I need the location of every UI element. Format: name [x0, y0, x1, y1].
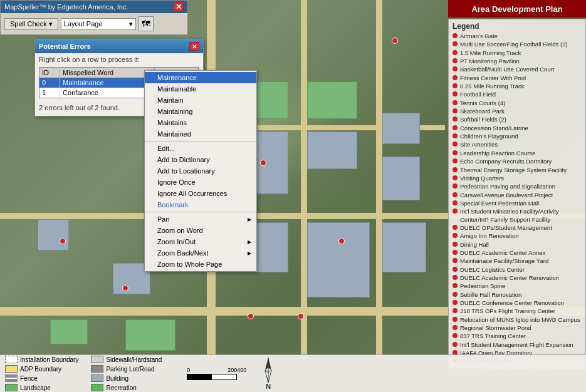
- menu-item-maintain[interactable]: Maintain: [145, 95, 256, 106]
- legend-dot-31: [453, 300, 458, 305]
- legend-item-5: Fitness Center With Pool: [453, 75, 582, 82]
- menu-separator-1: [145, 141, 256, 142]
- legend-item-1: Multi Use Soccer/Flag Football Fields (2…: [453, 41, 582, 48]
- menu-separator-2: [145, 212, 256, 212]
- legend-item-20: Special Event Pedestrian Mall: [453, 200, 582, 207]
- green-field-2: [307, 81, 357, 119]
- legend-dot-1: [453, 41, 458, 46]
- label-adp: ADP Boundary: [20, 366, 61, 373]
- north-arrow: N: [262, 358, 275, 390]
- legend-item-22: DUELC OPs/Student Management: [453, 224, 582, 232]
- legend-item-17: Visiting Quarters: [453, 175, 582, 182]
- swatch-parking: [91, 365, 103, 373]
- menu-item-maintains[interactable]: Maintains: [145, 117, 256, 128]
- toolbar-controls: Spell Check ▾ Layout Page ▾ 🗺: [1, 13, 187, 34]
- legend-item-21: Int'l Student Ministries Facility/Activi…: [453, 208, 582, 224]
- map-marker-4: [298, 313, 304, 319]
- legend-dot-7: [453, 91, 458, 96]
- legend-title: Legend: [453, 22, 582, 31]
- green-field-3: [125, 319, 175, 351]
- menu-item-maintainable[interactable]: Maintainable: [145, 83, 256, 95]
- menu-item-maintenance[interactable]: Maintenance: [145, 72, 256, 83]
- legend-dot-5: [453, 75, 458, 80]
- legend-dot-30: [453, 292, 458, 297]
- label-recreation: Recreation: [106, 384, 136, 391]
- legend-parking: Parking Lot/Road: [91, 365, 162, 373]
- swatch-fence: [5, 374, 18, 382]
- legend-dot-3: [453, 58, 458, 63]
- legend-dot-6: [453, 83, 458, 88]
- legend-dot-16: [453, 167, 458, 172]
- menu-item-ignore-all[interactable]: Ignore All Occurrences: [145, 188, 256, 199]
- spell-check-button[interactable]: Spell Check ▾: [4, 18, 58, 30]
- building-2: [307, 132, 357, 169]
- legend-item-19: Carswell Avenue Boulevard Project: [453, 192, 582, 199]
- legend-item-18: Pedestrian Paving and Signalization: [453, 183, 582, 190]
- col-word: Misspelled Word: [60, 68, 155, 78]
- legend-building: Building: [91, 374, 162, 382]
- layout-dropdown[interactable]: Layout Page ▾: [61, 18, 136, 30]
- menu-item-add-locationary[interactable]: Add to Locationary: [145, 165, 256, 177]
- menu-item-maintaining[interactable]: Maintaining: [145, 106, 256, 117]
- building-7: [382, 222, 426, 272]
- swatch-landscape: [5, 384, 18, 391]
- scale-seg-2: [212, 374, 236, 379]
- swatch-installation: [5, 356, 18, 363]
- legend-item-35: 837 TRS Training Center: [453, 333, 582, 340]
- legend-dot-20: [453, 200, 458, 205]
- bottom-legend-right: Sidewalk/Hardstand Parking Lot/Road Buil…: [91, 356, 162, 391]
- row0-word: Maintainance: [60, 78, 155, 88]
- errors-close-button[interactable]: ✕: [189, 42, 199, 51]
- legend-item-30: Sebille Hall Renovation: [453, 291, 582, 299]
- legend-item-2: 1.5 Mile Running Track: [453, 49, 582, 57]
- menu-item-zoom-backnext[interactable]: Zoom Back/Next: [145, 247, 256, 259]
- legend-dot-21: [453, 209, 458, 214]
- legend-dot-34: [453, 325, 458, 330]
- scale-bar: 0 200 400: [187, 367, 237, 380]
- menu-item-zoom-word[interactable]: Zoom on Word: [145, 225, 256, 236]
- legend-dot-18: [453, 183, 458, 188]
- menu-item-add-dictionary[interactable]: Add to Dictionary: [145, 154, 256, 165]
- menu-item-bookmark[interactable]: Bookmark: [145, 199, 256, 210]
- scale-label-0: 0: [187, 367, 212, 373]
- toolbar-close-button[interactable]: ✕: [174, 2, 184, 12]
- swatch-adp: [5, 365, 18, 373]
- legend-landscape: Landscape: [5, 384, 78, 391]
- legend-item-3: PT Monitoring Pavilion: [453, 58, 582, 65]
- errors-titlebar: Potential Errors ✕: [35, 39, 203, 53]
- menu-item-edit[interactable]: Edit...: [145, 143, 256, 154]
- scale-labels: 0 200 400: [187, 367, 237, 373]
- legend-sidewalk: Sidewalk/Hardstand: [91, 356, 162, 363]
- menu-item-zoom-inout[interactable]: Zoom In/Out: [145, 236, 256, 247]
- errors-instructions-text: Right click on a row to process it:: [39, 56, 140, 63]
- menu-item-pan[interactable]: Pan: [145, 214, 256, 225]
- menu-item-maintained[interactable]: Maintained: [145, 128, 256, 140]
- menu-item-zoom-whole[interactable]: Zoom to Whole Page: [145, 259, 256, 270]
- legend-item-9: Skateboard Park: [453, 108, 582, 115]
- legend-dot-15: [453, 158, 458, 163]
- legend-item-25: DUELC Academic Center Annex: [453, 249, 582, 257]
- legend-adp-boundary: ADP Boundary: [5, 365, 78, 373]
- legend-item-36: Int'l Student Management Flight Expansio…: [453, 341, 582, 349]
- row1-id: 1: [39, 88, 60, 98]
- map-marker-6: [392, 38, 398, 44]
- legend-dot-19: [453, 192, 458, 197]
- legend-item-13: Site Amenities: [453, 141, 582, 148]
- toolbar-title-bar: MapSpeller™ by Edgetech America, Inc. ✕: [1, 1, 187, 13]
- label-building: Building: [106, 375, 128, 382]
- dropdown-arrow: ▾: [129, 20, 133, 28]
- title-bar: Area Development Plan: [448, 0, 586, 18]
- map-marker-7: [122, 285, 128, 291]
- legend-item-16: Thermal Energy Storage System Facility: [453, 167, 582, 174]
- legend-item-31: DUELC Conference Center Renovation: [453, 299, 582, 307]
- menu-item-ignore-once[interactable]: Ignore Once: [145, 177, 256, 188]
- building-9: [38, 219, 69, 250]
- legend-item-29: Pedestrian Spine: [453, 282, 582, 290]
- legend-item-32: 318 TRS OPs Flight Training Center: [453, 307, 582, 315]
- errors-instructions: Right click on a row to process it:: [35, 53, 203, 66]
- legend-dot-32: [453, 308, 458, 313]
- toolbar: MapSpeller™ by Edgetech America, Inc. ✕ …: [0, 0, 188, 35]
- toolbar-icon-btn[interactable]: 🗺: [139, 16, 154, 31]
- bottom-legend-left: Installation Boundary ADP Boundary Fence…: [5, 356, 78, 391]
- legend-item-10: Softball Fields (2): [453, 116, 582, 123]
